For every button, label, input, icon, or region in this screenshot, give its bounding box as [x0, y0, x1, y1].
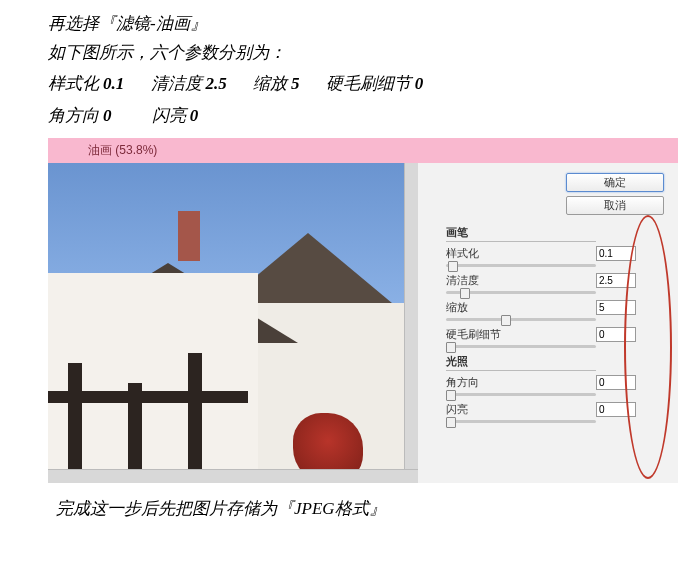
param-row-stylization: 样式化 [446, 246, 636, 261]
brush-group-title: 画笔 [446, 225, 596, 242]
settings-panel: 确定 取消 画笔 样式化 清洁度 缩放 [418, 163, 678, 483]
angular-direction-input[interactable] [596, 375, 636, 390]
preview-scrollbar-horizontal[interactable] [48, 469, 418, 483]
shine-input[interactable] [596, 402, 636, 417]
oil-paint-dialog: 油画 (53.8%) 确定 取消 [48, 138, 678, 483]
param-label: 样式化 [446, 246, 479, 261]
cancel-button[interactable]: 取消 [566, 196, 664, 215]
ok-button[interactable]: 确定 [566, 173, 664, 192]
cleanliness-slider[interactable] [446, 291, 596, 294]
param-summary-line-1: 样式化0.1 清洁度2.5 缩放5 硬毛刷细节0 [48, 68, 632, 100]
footer-instruction: 完成这一步后先把图片存储为『JPEG格式』 [48, 497, 632, 520]
param-row-scale: 缩放 [446, 300, 636, 315]
shine-slider[interactable] [446, 420, 596, 423]
param-label: 清洁度 [446, 273, 479, 288]
dialog-title: 油画 (53.8%) [48, 138, 678, 163]
stylization-input[interactable] [596, 246, 636, 261]
param-label: 硬毛刷细节 [446, 327, 501, 342]
scale-slider[interactable] [446, 318, 596, 321]
param-row-cleanliness: 清洁度 [446, 273, 636, 288]
bristle-detail-slider[interactable] [446, 345, 596, 348]
param-row-shine: 闪亮 [446, 402, 636, 417]
preview-area[interactable] [48, 163, 418, 483]
param-label: 缩放 [446, 300, 468, 315]
scale-input[interactable] [596, 300, 636, 315]
param-row-angular-direction: 角方向 [446, 375, 636, 390]
light-group-title: 光照 [446, 354, 596, 371]
instruction-line-2: 如下图所示，六个参数分别为： [48, 39, 632, 68]
stylization-slider[interactable] [446, 264, 596, 267]
param-summary-line-2: 角方向0 闪亮0 [48, 100, 632, 132]
bristle-detail-input[interactable] [596, 327, 636, 342]
instruction-line-1: 再选择『滤镜-油画』 [48, 10, 632, 39]
param-row-bristle-detail: 硬毛刷细节 [446, 327, 636, 342]
preview-scrollbar-vertical[interactable] [404, 163, 418, 470]
angular-direction-slider[interactable] [446, 393, 596, 396]
param-label: 角方向 [446, 375, 479, 390]
cleanliness-input[interactable] [596, 273, 636, 288]
param-label: 闪亮 [446, 402, 468, 417]
